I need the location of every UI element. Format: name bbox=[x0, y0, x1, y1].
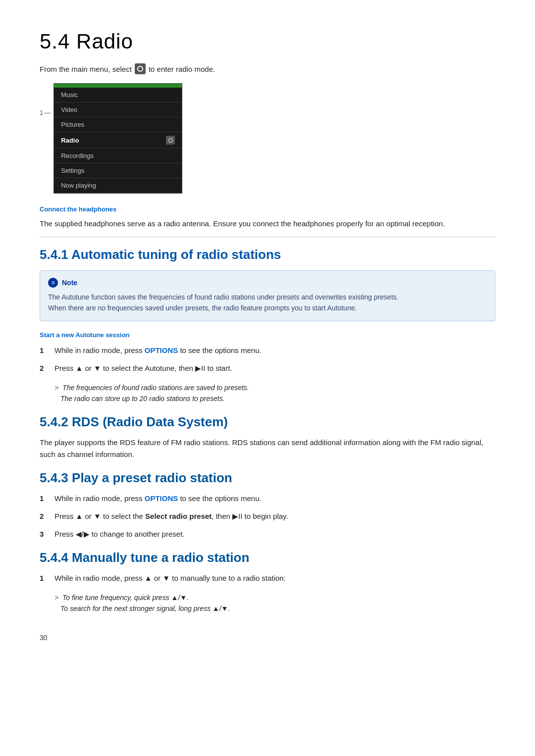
radio-icon bbox=[135, 63, 146, 74]
step-text-2: Press ▲ or ▼ to select the Autotune, the… bbox=[54, 362, 495, 374]
page-number: 30 bbox=[40, 634, 495, 642]
menu-item-nowplaying[interactable]: Now playing bbox=[54, 178, 182, 193]
divider-1 bbox=[40, 237, 495, 237]
preset-step-text-2: Press ▲ or ▼ to select the Select radio … bbox=[54, 510, 495, 522]
note-line-2: When there are no frequencies saved unde… bbox=[48, 304, 357, 312]
section-543-title: 5.4.3 Play a preset radio station bbox=[40, 470, 495, 486]
manual-result-line-2: To search for the next stronger signal, … bbox=[60, 603, 495, 614]
menu-item-radio[interactable]: Radio bbox=[54, 132, 182, 149]
note-header: ≡ Note bbox=[48, 278, 487, 288]
manual-step-num-1: 1 bbox=[40, 572, 48, 584]
menu-item-pictures[interactable]: Pictures bbox=[54, 117, 182, 132]
menu-container: 1 — Music Video Pictures Radio Recording… bbox=[40, 83, 495, 194]
options-keyword-2: OPTIONS bbox=[145, 494, 178, 503]
step-num-1: 1 bbox=[40, 345, 48, 356]
note-text: The Autotune function saves the frequenc… bbox=[48, 292, 487, 314]
step-text-1: While in radio mode, press OPTIONS to se… bbox=[54, 345, 495, 356]
manual-tune-steps: 1 While in radio mode, press ▲ or ▼ to m… bbox=[40, 572, 495, 584]
page-title: 5.4 Radio bbox=[40, 30, 495, 53]
preset-steps: 1 While in radio mode, press OPTIONS to … bbox=[40, 493, 495, 540]
radio-menu-icon bbox=[166, 136, 175, 145]
note-icon: ≡ bbox=[48, 278, 58, 288]
preset-step-2: 2 Press ▲ or ▼ to select the Select radi… bbox=[40, 510, 495, 522]
arrow-icon: — bbox=[44, 109, 51, 116]
manual-step-text-1: While in radio mode, press ▲ or ▼ to man… bbox=[54, 572, 495, 584]
autotune-result-line-2: The radio can store up to 20 radio stati… bbox=[60, 393, 495, 404]
options-keyword-1: OPTIONS bbox=[145, 346, 178, 354]
menu-item-radio-label: Radio bbox=[61, 137, 79, 144]
preset-step-text-1: While in radio mode, press OPTIONS to se… bbox=[54, 493, 495, 504]
select-radio-preset-bold: Select radio preset bbox=[145, 512, 212, 520]
manual-tune-result: > To fine tune frequency, quick press ▲/… bbox=[54, 592, 495, 614]
menu-marker: 1 bbox=[40, 109, 43, 116]
intro-text-before: From the main menu, select bbox=[40, 65, 132, 73]
section-542-title: 5.4.2 RDS (Radio Data System) bbox=[40, 414, 495, 430]
menu-label: 1 — bbox=[40, 109, 51, 116]
autotune-result-line-1: > The frequencies of found radio station… bbox=[54, 382, 495, 393]
preset-step-1: 1 While in radio mode, press OPTIONS to … bbox=[40, 493, 495, 504]
note-line-1: The Autotune function saves the frequenc… bbox=[48, 293, 398, 301]
menu-item-recordings[interactable]: Recordings bbox=[54, 149, 182, 163]
autotune-step-1: 1 While in radio mode, press OPTIONS to … bbox=[40, 345, 495, 356]
preset-step-num-3: 3 bbox=[40, 528, 48, 540]
manual-tune-step-1: 1 While in radio mode, press ▲ or ▼ to m… bbox=[40, 572, 495, 584]
autotune-steps: 1 While in radio mode, press OPTIONS to … bbox=[40, 345, 495, 374]
connect-headphones-heading: Connect the headphones bbox=[40, 205, 495, 213]
autotune-step-2: 2 Press ▲ or ▼ to select the Autotune, t… bbox=[40, 362, 495, 374]
autotune-session-label: Start a new Autotune session bbox=[40, 331, 495, 339]
intro-line: From the main menu, select to enter radi… bbox=[40, 63, 495, 74]
menu-top-bar bbox=[54, 84, 182, 88]
section-541-title: 5.4.1 Automatic tuning of radio stations bbox=[40, 247, 495, 262]
manual-result-line-1: > To fine tune frequency, quick press ▲/… bbox=[54, 592, 495, 603]
menu-item-music[interactable]: Music bbox=[54, 88, 182, 102]
preset-step-num-2: 2 bbox=[40, 510, 48, 522]
preset-step-text-3: Press ◀/▶ to change to another preset. bbox=[54, 528, 495, 540]
section-542-body: The player supports the RDS feature of F… bbox=[40, 437, 495, 460]
menu-item-video[interactable]: Video bbox=[54, 102, 182, 117]
menu-item-settings[interactable]: Settings bbox=[54, 163, 182, 178]
autotune-result: > The frequencies of found radio station… bbox=[54, 382, 495, 404]
intro-text-after: to enter radio mode. bbox=[149, 65, 215, 73]
menu-box: Music Video Pictures Radio Recordings Se… bbox=[54, 83, 182, 194]
preset-step-num-1: 1 bbox=[40, 493, 48, 504]
step-num-2: 2 bbox=[40, 362, 48, 374]
preset-step-3: 3 Press ◀/▶ to change to another preset. bbox=[40, 528, 495, 540]
note-label: Note bbox=[62, 279, 77, 287]
section-544-title: 5.4.4 Manually tune a radio station bbox=[40, 550, 495, 565]
note-box: ≡ Note The Autotune function saves the f… bbox=[40, 270, 495, 321]
connect-headphones-body: The supplied headphones serve as a radio… bbox=[40, 218, 495, 230]
